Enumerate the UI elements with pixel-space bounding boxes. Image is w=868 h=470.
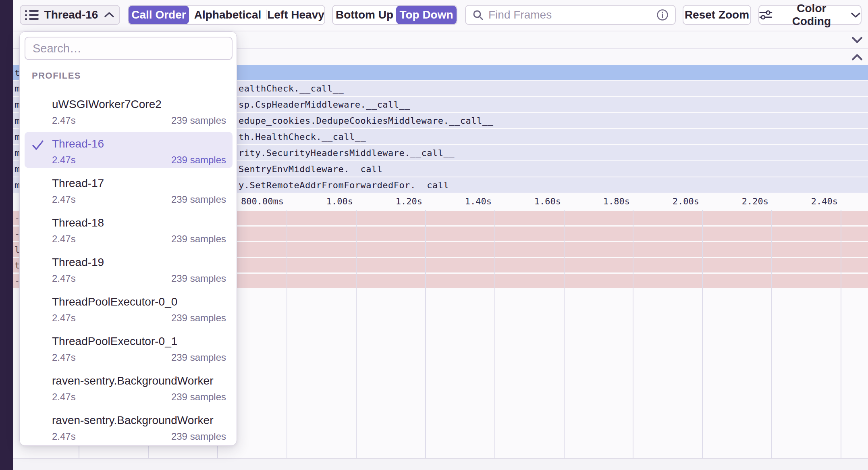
thread-option-samples: 239 samples bbox=[171, 154, 226, 166]
info-icon[interactable] bbox=[656, 9, 669, 21]
thread-option-name: uWSGIWorker7Core2 bbox=[52, 98, 162, 111]
thread-option-name: Thread-18 bbox=[52, 216, 104, 229]
frame-label: th.HealthCheck.__call__ bbox=[239, 132, 366, 142]
thread-option[interactable]: raven-sentry.BackgroundWorker 2.47s 239 … bbox=[25, 369, 233, 405]
axis-tick: 1.00s bbox=[326, 196, 353, 206]
thread-selector-label: Thread-16 bbox=[44, 8, 98, 21]
profiles-section-label: PROFILES bbox=[32, 71, 81, 81]
reset-zoom-button[interactable]: Reset Zoom bbox=[683, 5, 751, 25]
axis-tick: 800.00ms bbox=[241, 196, 284, 206]
toolbar: Thread-16 Call Order Alphabetical Left H… bbox=[13, 0, 868, 31]
thread-option-samples: 239 samples bbox=[171, 391, 226, 403]
thread-option[interactable]: raven-sentry.BackgroundWorker 2.47s 239 … bbox=[25, 408, 233, 445]
sort-segmented-control: Call Order Alphabetical Left Heavy bbox=[128, 5, 325, 25]
thread-option-name: ThreadPoolExecutor-0_0 bbox=[52, 295, 177, 308]
axis-tick: 2.40s bbox=[811, 196, 838, 206]
thread-option[interactable]: Thread-18 2.47s 239 samples bbox=[25, 211, 233, 247]
thread-option[interactable]: ThreadPoolExecutor-0_1 2.47s 239 samples bbox=[25, 329, 233, 366]
thread-option-samples: 239 samples bbox=[171, 115, 226, 126]
thread-option-duration: 2.47s bbox=[52, 391, 76, 403]
thread-option-duration: 2.47s bbox=[52, 312, 76, 324]
expand-panel-chevron-down-icon[interactable] bbox=[851, 36, 863, 44]
chevron-up-icon bbox=[104, 11, 115, 19]
axis-tick: 2.00s bbox=[673, 196, 699, 206]
find-frames-search bbox=[465, 5, 676, 25]
axis-tick: 1.20s bbox=[396, 196, 422, 206]
thread-option-samples: 239 samples bbox=[171, 312, 226, 324]
direction-top-down-button[interactable]: Top Down bbox=[396, 6, 457, 24]
gridline bbox=[702, 210, 703, 470]
thread-option-samples: 239 samples bbox=[171, 352, 226, 363]
gridline bbox=[771, 210, 772, 470]
direction-bottom-up-button[interactable]: Bottom Up bbox=[333, 6, 396, 24]
frame-label: edupe_cookies.DedupeCookiesMiddleware.__… bbox=[239, 116, 493, 126]
gridline bbox=[425, 210, 426, 470]
frame-label: ealthCheck.__call__ bbox=[239, 83, 344, 94]
list-icon bbox=[25, 10, 39, 20]
thread-dropdown-menu: PROFILES uWSGIWorker7Core2 2.47s 239 sam… bbox=[19, 31, 237, 446]
thread-option-name: raven-sentry.BackgroundWorker bbox=[52, 374, 213, 387]
frame-label: rity.SecurityHeadersMiddleware.__call__ bbox=[239, 148, 455, 158]
sort-call-order-button[interactable]: Call Order bbox=[129, 6, 189, 24]
axis-tick: 1.60s bbox=[534, 196, 561, 206]
thread-option-name: ThreadPoolExecutor-0_1 bbox=[52, 335, 177, 348]
direction-segmented-control: Bottom Up Top Down bbox=[332, 5, 457, 25]
thread-selector-button[interactable]: Thread-16 bbox=[20, 5, 120, 25]
gridline bbox=[564, 210, 565, 470]
thread-option-duration: 2.47s bbox=[52, 273, 76, 284]
thread-option[interactable]: uWSGIWorker7Core2 2.47s 239 samples bbox=[25, 92, 233, 129]
thread-option[interactable]: Thread-17 2.47s 239 samples bbox=[25, 171, 233, 208]
collapse-panel-chevron-up-icon[interactable] bbox=[851, 54, 863, 61]
thread-option-duration: 2.47s bbox=[52, 431, 76, 442]
thread-option-name: Thread-19 bbox=[52, 256, 104, 269]
bottom-panel-band bbox=[13, 458, 868, 470]
thread-option[interactable]: Thread-19 2.47s 239 samples bbox=[25, 250, 233, 287]
gridline bbox=[841, 210, 841, 470]
sliders-icon bbox=[759, 9, 772, 21]
thread-option-selected[interactable]: Thread-16 2.47s 239 samples bbox=[25, 132, 233, 168]
gridline bbox=[494, 210, 495, 470]
thread-option-name: raven-sentry.BackgroundWorker bbox=[52, 414, 213, 427]
color-coding-label: Color Coding bbox=[777, 2, 846, 28]
thread-option-samples: 239 samples bbox=[171, 194, 226, 205]
gridline bbox=[287, 210, 287, 470]
axis-tick: 2.20s bbox=[742, 196, 768, 206]
sidebar-edge bbox=[0, 0, 13, 470]
sort-left-heavy-button[interactable]: Left Heavy bbox=[267, 6, 324, 24]
color-coding-button[interactable]: Color Coding bbox=[758, 5, 862, 25]
gridline bbox=[356, 210, 357, 470]
frame-label: y.SetRemoteAddrFromForwardedFor.__call__ bbox=[239, 180, 460, 190]
thread-option-samples: 239 samples bbox=[171, 233, 226, 245]
thread-option-name: Thread-16 bbox=[52, 137, 104, 150]
search-icon bbox=[472, 9, 484, 21]
thread-option-samples: 239 samples bbox=[171, 431, 226, 442]
checkmark-icon bbox=[31, 139, 45, 151]
find-frames-input[interactable] bbox=[488, 8, 652, 21]
axis-tick: 1.80s bbox=[603, 196, 630, 206]
thread-option-duration: 2.47s bbox=[52, 154, 76, 166]
thread-option-duration: 2.47s bbox=[52, 194, 76, 205]
thread-option-duration: 2.47s bbox=[52, 115, 76, 126]
axis-tick: 1.40s bbox=[465, 196, 492, 206]
thread-option-duration: 2.47s bbox=[52, 233, 76, 245]
frame-label: SentryEnvMiddleware.__call__ bbox=[239, 164, 394, 174]
thread-option-duration: 2.47s bbox=[52, 352, 76, 363]
dropdown-search-input[interactable] bbox=[25, 37, 233, 60]
gridline bbox=[633, 210, 633, 470]
thread-option-name: Thread-17 bbox=[52, 177, 104, 190]
frame-label: sp.CspHeaderMiddleware.__call__ bbox=[239, 100, 410, 110]
chevron-down-icon bbox=[851, 12, 861, 19]
thread-option-samples: 239 samples bbox=[171, 273, 226, 284]
thread-option[interactable]: ThreadPoolExecutor-0_0 2.47s 239 samples bbox=[25, 290, 233, 326]
sort-alphabetical-button[interactable]: Alphabetical bbox=[189, 6, 266, 24]
